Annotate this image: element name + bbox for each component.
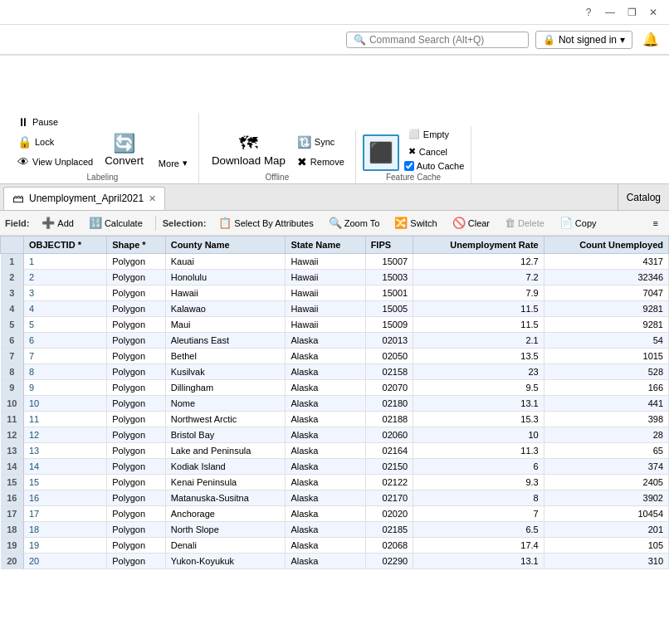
table-row[interactable]: 2020PolygonYukon-KoyukukAlaska0229013.13… bbox=[1, 554, 669, 569]
pause-label: Pause bbox=[32, 117, 58, 127]
lock-button[interactable]: 🔒 Lock bbox=[13, 133, 97, 151]
table-row[interactable]: 1919PolygonDenaliAlaska0206817.4105 bbox=[1, 538, 669, 554]
more-button[interactable]: More ▾ bbox=[154, 155, 192, 171]
table-cell: Kodiak Island bbox=[165, 459, 286, 475]
table-cell: Bethel bbox=[165, 349, 286, 364]
table-row[interactable]: 11PolygonKauaiHawaii1500712.74317 bbox=[1, 254, 669, 270]
row-number: 13 bbox=[1, 443, 24, 459]
catalog-tab[interactable]: Catalog bbox=[618, 184, 669, 210]
more-dropdown-icon: ▾ bbox=[183, 158, 188, 168]
table-cell: North Slope bbox=[165, 522, 286, 538]
table-cell: 13 bbox=[24, 443, 107, 459]
table-cell: Hawaii bbox=[286, 270, 365, 285]
table-row[interactable]: 22PolygonHonoluluHawaii150037.232346 bbox=[1, 270, 669, 285]
table-row[interactable]: 1111PolygonNorthwest ArcticAlaska0218815… bbox=[1, 412, 669, 427]
calculate-button[interactable]: 🔢 Calculate bbox=[83, 214, 149, 232]
table-cell: Kauai bbox=[165, 254, 286, 270]
table-row[interactable]: 1010PolygonNomeAlaska0218013.1441 bbox=[1, 396, 669, 412]
select-by-attr-label: Select By Attributes bbox=[234, 218, 313, 228]
table-row[interactable]: 44PolygonKalawaoHawaii1500511.59281 bbox=[1, 301, 669, 317]
table-row[interactable]: 33PolygonHawaiiHawaii150017.97047 bbox=[1, 285, 669, 301]
copy-button[interactable]: 📄 Copy bbox=[554, 214, 603, 232]
table-row[interactable]: 55PolygonMauiHawaii1500911.59281 bbox=[1, 317, 669, 333]
table-cell: Hawaii bbox=[286, 254, 365, 270]
table-row[interactable]: 1616PolygonMatanuska-SusitnaAlaska021708… bbox=[1, 490, 669, 506]
table-cell: 4 bbox=[24, 301, 107, 317]
table-cell: 14 bbox=[24, 459, 107, 475]
table-cell: 5 bbox=[24, 317, 107, 333]
table-cell: 10 bbox=[413, 427, 544, 443]
copy-label: Copy bbox=[575, 218, 597, 228]
table-cell: Alaska bbox=[286, 443, 365, 459]
sign-in-button[interactable]: 🔒 Not signed in ▾ bbox=[535, 31, 632, 49]
empty-button[interactable]: ⬜ Empty bbox=[404, 126, 464, 142]
table-row[interactable]: 1212PolygonBristol BayAlaska020601028 bbox=[1, 427, 669, 443]
auto-cache-input[interactable] bbox=[404, 161, 414, 171]
cancel-button[interactable]: ✖ Cancel bbox=[404, 144, 464, 159]
tab-close-button[interactable]: ✕ bbox=[149, 193, 156, 204]
clear-button[interactable]: 🚫 Clear bbox=[447, 214, 496, 232]
add-field-button[interactable]: ➕ Add bbox=[36, 214, 80, 232]
table-row[interactable]: 99PolygonDillinghamAlaska020709.5166 bbox=[1, 380, 669, 396]
table-cell: 15003 bbox=[365, 270, 413, 285]
table-cell: 02180 bbox=[365, 396, 413, 412]
row-number: 12 bbox=[1, 427, 24, 443]
zoom-to-button[interactable]: 🔍 Zoom To bbox=[323, 214, 386, 232]
more-label: More bbox=[159, 159, 179, 168]
view-unplaced-button[interactable]: 👁 View Unplaced bbox=[13, 153, 97, 171]
table-cell: 32346 bbox=[544, 270, 668, 285]
table-row[interactable]: 88PolygonKusilvakAlaska0215823528 bbox=[1, 364, 669, 380]
selection-label: Selection: bbox=[163, 218, 207, 228]
menu-button[interactable]: ≡ bbox=[647, 216, 664, 231]
search-row: 🔍 🔒 Not signed in ▾ 🔔 bbox=[0, 25, 669, 55]
table-cell: Polygon bbox=[107, 254, 165, 270]
table-row[interactable]: 1818PolygonNorth SlopeAlaska021856.5201 bbox=[1, 522, 669, 538]
convert-button[interactable]: 🔄 Convert bbox=[99, 130, 149, 171]
table-cell: Alaska bbox=[286, 522, 365, 538]
pause-button[interactable]: ⏸ Pause bbox=[13, 113, 97, 131]
delete-button[interactable]: 🗑 Delete bbox=[499, 214, 550, 232]
table-cell: Matanuska-Susitna bbox=[165, 490, 286, 506]
command-search-input[interactable] bbox=[369, 34, 521, 46]
remove-button[interactable]: ✖ Remove bbox=[293, 153, 349, 171]
help-button[interactable]: ? bbox=[579, 3, 598, 22]
search-icon: 🔍 bbox=[354, 34, 366, 46]
switch-button[interactable]: 🔀 Switch bbox=[388, 214, 442, 232]
minimize-button[interactable]: — bbox=[601, 3, 619, 22]
fill-button[interactable]: ⬛ bbox=[363, 134, 399, 171]
table-cell: Yukon-Koyukuk bbox=[165, 554, 286, 569]
table-row[interactable]: 1414PolygonKodiak IslandAlaska021506374 bbox=[1, 459, 669, 475]
row-num-header bbox=[1, 237, 24, 254]
restore-button[interactable]: ❒ bbox=[623, 3, 641, 22]
table-cell: 398 bbox=[544, 412, 668, 427]
auto-cache-checkbox[interactable]: Auto Cache bbox=[404, 161, 464, 171]
notification-button[interactable]: 🔔 bbox=[639, 28, 662, 51]
table-cell: Alaska bbox=[286, 459, 365, 475]
table-container[interactable]: OBJECTID * Shape * County Name State Nam… bbox=[0, 236, 669, 644]
table-cell: 65 bbox=[544, 443, 668, 459]
table-row[interactable]: 1717PolygonAnchorageAlaska02020710454 bbox=[1, 506, 669, 522]
select-by-attributes-button[interactable]: 📋 Select By Attributes bbox=[212, 214, 319, 232]
table-row[interactable]: 1515PolygonKenai PeninsulaAlaska021229.3… bbox=[1, 475, 669, 490]
tab-unemployment[interactable]: 🗃 Unemployment_April2021 ✕ bbox=[3, 187, 165, 210]
sync-button[interactable]: 🔃 Sync bbox=[293, 133, 349, 151]
table-row[interactable]: 1313PolygonLake and PeninsulaAlaska02164… bbox=[1, 443, 669, 459]
row-number: 20 bbox=[1, 554, 24, 569]
table-cell: Alaska bbox=[286, 396, 365, 412]
row-number: 15 bbox=[1, 475, 24, 490]
table-toolbar: Field: ➕ Add 🔢 Calculate Selection: 📋 Se… bbox=[0, 211, 669, 236]
table-cell: Polygon bbox=[107, 427, 165, 443]
close-button[interactable]: ✕ bbox=[644, 3, 662, 22]
table-cell: 11.5 bbox=[413, 317, 544, 333]
download-map-button[interactable]: 🗺 Download Map bbox=[206, 130, 291, 171]
search-box[interactable]: 🔍 bbox=[346, 32, 529, 48]
table-cell: Polygon bbox=[107, 443, 165, 459]
ribbon: ⏸ Pause 🔒 Lock 👁 View Unplaced 🔄 bbox=[0, 56, 669, 184]
table-row[interactable]: 77PolygonBethelAlaska0205013.51015 bbox=[1, 349, 669, 364]
table-cell: Kusilvak bbox=[165, 364, 286, 380]
table-header: OBJECTID * Shape * County Name State Nam… bbox=[1, 237, 669, 254]
row-number: 2 bbox=[1, 270, 24, 285]
sync-icon: 🔃 bbox=[297, 135, 311, 149]
table-cell: 02070 bbox=[365, 380, 413, 396]
table-row[interactable]: 66PolygonAleutians EastAlaska020132.154 bbox=[1, 333, 669, 349]
